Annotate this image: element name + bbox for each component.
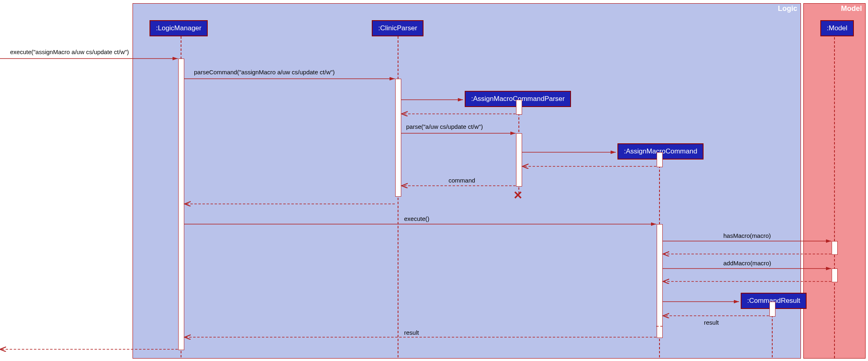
activation-model-1: [832, 241, 838, 255]
lifeline-cmd-result: [772, 311, 773, 357]
activation-assign-cmd-1: [657, 152, 663, 167]
msg-result-1: result: [704, 319, 719, 326]
activation-cmd-result: [769, 302, 775, 317]
activation-assign-parser-2: [516, 133, 522, 187]
logic-frame-label: Logic: [778, 4, 797, 13]
lifeline-model: [834, 37, 835, 358]
activation-logic-manager: [178, 59, 184, 350]
msg-has-macro: hasMacro(macro): [723, 232, 771, 239]
msg-command: command: [449, 177, 475, 184]
msg-execute-2: execute(): [404, 215, 430, 222]
msg-parse-command: parseCommand("assignMacro a/uw cs/update…: [194, 69, 335, 76]
msg-execute-1: execute("assignMacro a/uw cs/update ct/w…: [10, 48, 129, 55]
participant-model: :Model: [820, 20, 854, 36]
destroy-assign-parser: ✕: [513, 190, 522, 201]
msg-result-2: result: [404, 329, 419, 336]
activation-clinic-parser: [395, 79, 401, 197]
activation-assign-parser-1: [516, 100, 522, 115]
msg-add-macro: addMacro(macro): [723, 260, 771, 267]
activation-assign-cmd-2: [657, 224, 663, 338]
model-frame-label: Model: [841, 4, 862, 13]
participant-clinic-parser: :ClinicParser: [372, 20, 423, 36]
activation-model-2: [832, 269, 838, 282]
msg-parse: parse("a/uw cs/update ct/w"): [406, 123, 483, 130]
participant-logic-manager: :LogicManager: [150, 20, 208, 36]
